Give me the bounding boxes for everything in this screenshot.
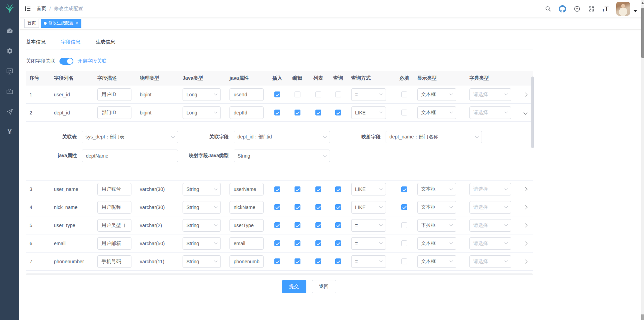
query-type-select[interactable]: = xyxy=(351,255,386,268)
required-checkbox[interactable] xyxy=(401,222,407,228)
window-scrollbar[interactable] xyxy=(641,0,644,320)
insert-checkbox[interactable] xyxy=(274,222,280,228)
dict-type-select[interactable]: 请选择 xyxy=(469,255,511,268)
scroll-down-button[interactable] xyxy=(641,314,644,320)
dict-type-select[interactable]: 请选择 xyxy=(469,201,511,214)
java-type-select[interactable]: Long xyxy=(183,106,221,119)
sidebar-item-system[interactable] xyxy=(0,41,19,61)
query-checkbox[interactable] xyxy=(335,91,341,97)
java-attribute-input[interactable] xyxy=(230,88,264,101)
edit-checkbox[interactable] xyxy=(295,204,300,210)
java-type-select[interactable]: Long xyxy=(183,88,221,101)
required-checkbox[interactable] xyxy=(401,110,407,115)
list-checkbox[interactable] xyxy=(315,186,321,192)
java-attribute-input[interactable] xyxy=(230,106,264,119)
relation-switch[interactable] xyxy=(59,58,73,65)
edit-checkbox[interactable] xyxy=(295,258,300,264)
user-avatar[interactable] xyxy=(616,2,630,16)
sidebar-item-deploy[interactable] xyxy=(0,102,19,122)
field-description-input[interactable] xyxy=(97,183,131,195)
relation-select[interactable]: dept_name：部门名称 xyxy=(386,131,482,143)
query-type-select[interactable]: = xyxy=(351,88,386,101)
relation-open-link[interactable]: 开启字段关联 xyxy=(78,58,107,64)
list-checkbox[interactable] xyxy=(315,222,321,228)
relation-select[interactable]: dept_id：部门id xyxy=(234,131,330,143)
query-type-select[interactable]: = xyxy=(351,237,386,250)
java-type-select[interactable]: String xyxy=(183,201,221,214)
insert-checkbox[interactable] xyxy=(274,110,280,115)
list-checkbox[interactable] xyxy=(315,91,321,97)
breadcrumb-home[interactable]: 首页 xyxy=(37,6,46,12)
insert-checkbox[interactable] xyxy=(274,258,280,264)
dict-type-select[interactable]: 请选择 xyxy=(469,88,511,101)
field-description-input[interactable] xyxy=(97,219,131,232)
query-checkbox[interactable] xyxy=(335,222,341,228)
query-checkbox[interactable] xyxy=(335,240,341,246)
list-checkbox[interactable] xyxy=(315,240,321,246)
collapse-row-icon[interactable] xyxy=(523,111,527,114)
display-type-select[interactable]: 文本框 xyxy=(417,255,456,268)
back-button[interactable]: 返回 xyxy=(312,280,336,293)
display-type-select[interactable]: 文本框 xyxy=(417,183,456,195)
field-description-input[interactable] xyxy=(97,237,131,250)
query-type-select[interactable]: LIKE xyxy=(351,183,386,195)
tab-basic-info[interactable]: 基本信息 xyxy=(26,35,46,49)
required-checkbox[interactable] xyxy=(401,186,407,192)
expand-row-icon[interactable] xyxy=(523,241,527,245)
java-attribute-input[interactable] xyxy=(230,255,264,268)
user-menu-caret-icon[interactable] xyxy=(634,10,637,12)
scroll-up-arrow-icon[interactable] xyxy=(641,2,644,4)
dict-type-select[interactable]: 请选择 xyxy=(469,183,511,195)
dict-type-select[interactable]: 请选择 xyxy=(469,237,511,250)
query-type-select[interactable]: LIKE xyxy=(351,106,386,119)
field-description-input[interactable] xyxy=(97,201,131,214)
edit-checkbox[interactable] xyxy=(295,222,300,228)
list-checkbox[interactable] xyxy=(315,204,321,210)
expand-row-icon[interactable] xyxy=(523,93,527,96)
java-type-select[interactable]: String xyxy=(183,237,221,250)
java-attribute-input[interactable] xyxy=(230,201,264,214)
fullscreen-button[interactable] xyxy=(588,6,595,12)
list-checkbox[interactable] xyxy=(315,258,321,264)
insert-checkbox[interactable] xyxy=(274,186,280,192)
tag-current-page[interactable]: 修改生成配置 × xyxy=(41,19,81,28)
list-checkbox[interactable] xyxy=(315,110,321,115)
relation-select[interactable]: sys_dept：部门表 xyxy=(82,131,178,143)
query-checkbox[interactable] xyxy=(335,204,341,210)
insert-checkbox[interactable] xyxy=(274,240,280,246)
java-attribute-input[interactable] xyxy=(230,219,264,232)
query-type-select[interactable]: = xyxy=(351,219,386,232)
required-checkbox[interactable] xyxy=(401,258,407,264)
close-tag-icon[interactable]: × xyxy=(75,21,78,26)
relation-java-attr-input[interactable] xyxy=(82,150,178,162)
sidebar-item-pay[interactable]: ¥ xyxy=(0,122,19,142)
sidebar-item-monitor[interactable] xyxy=(0,61,19,81)
sidebar-collapse-button[interactable] xyxy=(19,0,37,17)
sidebar-item-dashboard[interactable] xyxy=(0,21,19,41)
field-description-input[interactable] xyxy=(97,255,131,268)
table-vertical-scrollbar-thumb[interactable] xyxy=(531,77,534,148)
query-checkbox[interactable] xyxy=(335,186,341,192)
expand-row-icon[interactable] xyxy=(523,187,527,191)
required-checkbox[interactable] xyxy=(401,91,407,97)
relation-select[interactable]: String xyxy=(234,150,330,162)
table-horizontal-scrollbar[interactable] xyxy=(26,273,533,275)
edit-checkbox[interactable] xyxy=(295,91,300,97)
required-checkbox[interactable] xyxy=(401,204,407,210)
display-type-select[interactable]: 下拉框 xyxy=(417,219,456,232)
search-button[interactable] xyxy=(545,6,551,12)
dict-type-select[interactable]: 请选择 xyxy=(469,219,511,232)
required-checkbox[interactable] xyxy=(401,240,407,246)
expand-row-icon[interactable] xyxy=(523,223,527,227)
tab-field-info[interactable]: 字段信息 xyxy=(61,35,80,49)
java-attribute-input[interactable] xyxy=(230,183,264,195)
display-type-select[interactable]: 文本框 xyxy=(417,201,456,214)
insert-checkbox[interactable] xyxy=(274,204,280,210)
query-type-select[interactable]: LIKE xyxy=(351,201,386,214)
tab-generate-info[interactable]: 生成信息 xyxy=(96,35,115,49)
sidebar-item-tool[interactable] xyxy=(0,81,19,102)
edit-checkbox[interactable] xyxy=(295,110,300,115)
app-logo[interactable] xyxy=(0,0,19,17)
java-type-select[interactable]: String xyxy=(183,183,221,195)
insert-checkbox[interactable] xyxy=(274,91,280,97)
